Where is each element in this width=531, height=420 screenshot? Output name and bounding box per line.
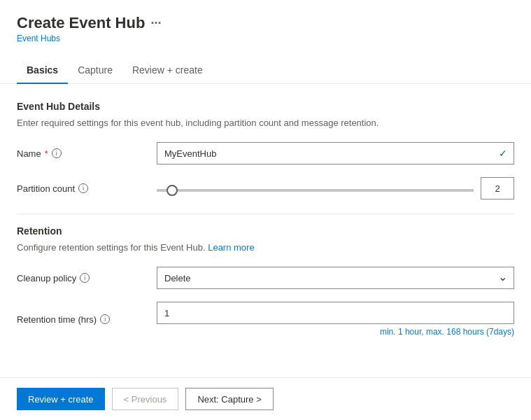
name-valid-icon: ✓ [499,148,507,159]
main-content: Event Hub Details Enter required setting… [0,84,531,377]
section-event-hub-details-title: Event Hub Details [17,101,514,112]
partition-label: Partition count i [17,183,157,194]
previous-button[interactable]: < Previous [112,388,179,410]
partition-slider-wrapper [157,183,474,194]
section-divider [17,214,514,214]
partition-control [157,177,514,200]
retention-info-icon[interactable]: i [100,314,110,324]
cleanup-policy-label: Cleanup policy i [17,273,157,284]
name-row: Name * i ✓ [17,142,514,164]
required-star: * [45,148,48,159]
retention-time-row: Retention time (hrs) i min. 1 hour, max.… [17,302,514,337]
section-event-hub-details-desc: Enter required settings for this event h… [17,118,514,128]
retention-section: Retention Configure retention settings f… [17,225,514,337]
next-button[interactable]: Next: Capture > [185,388,273,410]
tab-review-create[interactable]: Review + create [122,57,213,84]
review-create-button[interactable]: Review + create [17,388,105,410]
partition-info-icon[interactable]: i [78,183,88,193]
tab-capture[interactable]: Capture [68,57,122,84]
tab-bar: Basics Capture Review + create [0,57,531,84]
name-input-container: ✓ [157,142,514,164]
name-info-icon[interactable]: i [52,148,62,158]
retention-hint: min. 1 hour, max. 168 hours (7days) [157,327,514,337]
tab-basics[interactable]: Basics [17,57,68,84]
retention-time-label: Retention time (hrs) i [17,314,157,325]
partition-row: Partition count i [17,177,514,200]
page-header: Create Event Hub ··· Event Hubs [0,0,531,50]
retention-description: Configure retention settings for this Ev… [17,242,514,253]
partition-value-input[interactable] [481,177,514,200]
cleanup-policy-select[interactable]: Delete Compact Compact and Delete [157,267,514,289]
retention-time-input[interactable] [157,302,514,324]
breadcrumb[interactable]: Event Hubs [17,34,514,43]
cleanup-policy-select-wrapper: Delete Compact Compact and Delete [157,267,514,289]
learn-more-link[interactable]: Learn more [208,242,254,253]
ellipsis-menu[interactable]: ··· [150,16,161,31]
footer: Review + create < Previous Next: Capture… [0,377,531,420]
cleanup-policy-row: Cleanup policy i Delete Compact Compact … [17,267,514,289]
cleanup-info-icon[interactable]: i [80,273,90,283]
name-label: Name * i [17,148,157,159]
retention-title: Retention [17,225,514,237]
retention-time-container: min. 1 hour, max. 168 hours (7days) [157,302,514,337]
title-text: Create Event Hub [17,14,145,32]
name-input[interactable] [157,142,514,164]
partition-slider[interactable] [157,189,474,192]
page-title: Create Event Hub ··· [17,14,514,32]
